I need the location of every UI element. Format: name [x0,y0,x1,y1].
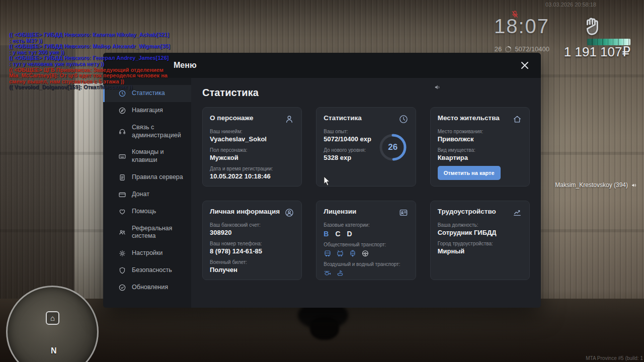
chat-line: Mia_McCartney[8]: От цгб едет ток переод… [9,73,170,79]
field-value: Получен [210,266,294,274]
helicopter-icon [324,269,332,277]
level-progress-ring: 26 [378,133,408,162]
card-title: О персонаже [210,114,253,122]
sidebar-item-commands-keys[interactable]: Команды и клавиши [103,144,191,168]
sidebar-item-label: Обновления [132,284,185,292]
field-label: Ваша должность: [438,222,522,228]
field-label: До нового уровня: [324,147,371,153]
trend-chart-icon [512,208,522,218]
field-value: Квартира [438,154,522,161]
licenses-public-label: Общественный транспорт: [324,242,408,247]
steering-wheel-icon [361,249,369,257]
field-value: 5328 exp [324,154,371,161]
compass-icon [118,107,126,115]
person-circle-icon [284,208,294,218]
document-icon [118,173,126,182]
users-icon [118,228,126,236]
game-screen: (( <ОБЩЕЕ> ГИБДД Невского: Капитан Nikol… [0,0,644,362]
sidebar-item-settings[interactable]: Настройки [103,245,191,262]
sidebar-item-label: Реферальная система [132,225,185,240]
field-value: 5072/10400 exp [324,135,371,143]
bus-icon [324,249,332,257]
menu-body: Статистика Навигация Связь с администрац… [103,78,541,308]
chat-line: (( <ОБЩЕЕ> ГИБДД Невского: Капитан Nikol… [9,32,170,38]
id-card-icon [398,208,409,218]
sidebar-item-label: Настройки [132,249,185,257]
hud-money: 1 191 107₽ [564,44,630,60]
fist-icon [581,13,604,38]
hud-exp-row: 26 5072/10400 [495,45,549,53]
licenses-base-label: Базовые категории: [324,222,408,228]
public-transport-icons [324,249,408,257]
sidebar-item-label: Связь с администрацией [132,124,185,139]
bank-card-icon [118,191,126,199]
card-employment: Трудоустройство Ваша должность: Сотрудни… [430,201,530,280]
home-icon: ⌂ [46,311,59,325]
sidebar-item-server-rules[interactable]: Правила сервера [103,169,191,186]
server-watermark: MTA Province #5 (build: 1 [586,355,643,361]
licenses-air-label: Воздушный и водный транспорт: [324,261,408,267]
sidebar-item-donate[interactable]: Донат [103,186,191,203]
category-b: B [324,230,329,238]
field-label: Ваш опыт: [324,129,371,134]
mark-on-map-button[interactable]: Отметить на карте [438,166,501,180]
sidebar-item-security[interactable]: Безопасность [103,262,191,279]
sidebar-item-referral[interactable]: Реферальная система [103,220,191,245]
close-icon[interactable] [519,59,531,71]
field-label: Ваш номер телефона: [210,241,294,246]
menu-title: Меню [174,61,197,70]
hud-level: 26 [495,45,502,53]
card-title: Личная информация [210,208,280,215]
field-label: Город трудоустройства: [438,241,522,246]
shield-icon [118,266,126,275]
card-residence: Место жительства Место проживания: Приво… [430,107,530,187]
field-value: 8 (978) 124-61-85 [210,247,294,255]
chat-line: (( Vsevolod_Dolganov[159]: Откат/Мисскли… [9,84,170,90]
speaker-icon[interactable] [434,83,442,92]
field-value: Vyacheslav_Sokol [210,135,294,143]
sidebar-item-label: Правила сервера [132,173,185,182]
air-water-transport-icons [324,269,408,277]
sidebar-item-label: Команды и клавиши [132,148,185,164]
voice-player-name: Maksim_Krestovskoy (394) [555,182,628,189]
ship-icon [336,269,344,277]
field-label: Пол персонажа: [210,147,294,153]
card-title: Трудоустройство [438,208,496,215]
speaker-icon [631,182,637,189]
sidebar-item-updates[interactable]: Обновления [103,279,191,296]
menu-content: Статистика О персонаже Ваш никнейм: Vyac… [191,78,541,308]
field-label: Военный билет: [210,259,294,265]
card-title: Место жительства [438,114,500,122]
card-title: Статистика [324,114,361,122]
person-icon [284,114,294,124]
card-statistics: Статистика Ваш опыт: 5072/10400 exp До н… [316,107,416,187]
field-label: Ваш никнейм: [210,129,294,134]
field-label: Вид имущества: [438,147,522,153]
field-value: Мирный [438,247,522,255]
field-value: 308920 [210,229,294,236]
sidebar-item-help[interactable]: Помощь [103,203,191,220]
card-personal-info: Личная информация Ваш банковский счет: 3… [202,201,302,280]
chat-line: : тут у человека уже пульса нету )) [9,61,170,67]
field-label: Дата и время регистрации: [210,166,294,171]
category-d: D [347,230,352,238]
sidebar-item-label: Безопасность [132,266,185,275]
stats-cards-grid: О персонаже Ваш никнейм: Vyacheslav_Soko… [202,107,530,280]
sidebar-item-navigation[interactable]: Навигация [103,102,191,119]
trolleybus-icon [336,249,344,257]
sidebar-item-admin-contact[interactable]: Связь с администрацией [103,119,191,144]
field-value: Сотрудник ГИБДД [438,229,522,236]
menu-sidebar: Статистика Навигация Связь с администрац… [103,78,191,308]
minimap-north-label: N [51,346,57,355]
exp-ring-icon [505,46,512,53]
clock-icon [398,114,409,124]
gear-icon [118,249,126,257]
headset-icon [118,128,126,136]
field-label: Ваш банковский счет: [210,222,294,228]
category-c: C [335,230,340,238]
check-circle-icon [118,284,126,292]
clock-icon [118,89,126,98]
page-title: Статистика [202,87,530,99]
card-character: О персонаже Ваш никнейм: Vyacheslav_Soko… [202,107,302,187]
license-categories: B C D [324,230,408,238]
